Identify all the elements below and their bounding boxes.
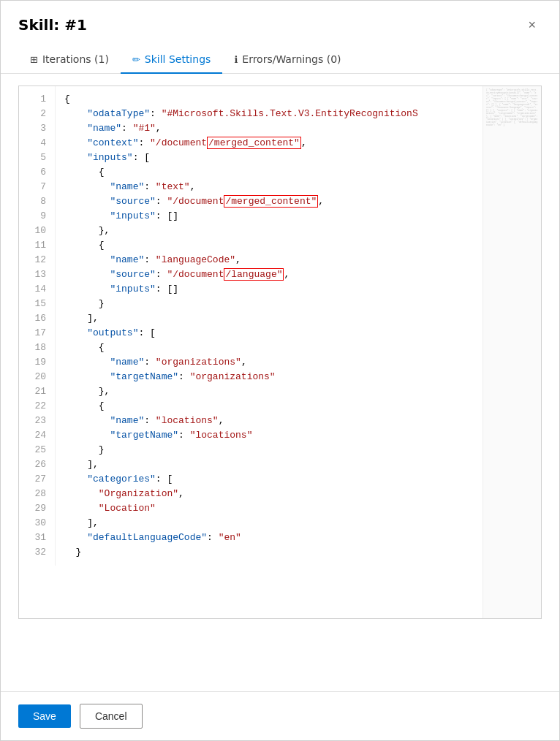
- code-line-32: }: [64, 545, 532, 560]
- code-line-20: "targetName": "organizations": [64, 370, 532, 384]
- code-line-19: "name": "organizations",: [64, 355, 532, 370]
- line-num-31: 31: [25, 531, 46, 545]
- code-line-1: {: [64, 92, 532, 107]
- line-num-6: 6: [25, 165, 46, 180]
- dialog-title: Skill: #1: [18, 16, 87, 34]
- line-num-29: 29: [25, 501, 46, 516]
- dialog: Skill: #1 × ⊞ Iterations (1) ✏ Skill Set…: [0, 0, 560, 741]
- dialog-header: Skill: #1 ×: [1, 1, 559, 46]
- code-line-2: "odataType": "#Microsoft.Skills.Text.V3.…: [64, 107, 532, 121]
- line-num-23: 23: [25, 414, 46, 428]
- code-line-5: "inputs": [: [64, 151, 532, 165]
- line-num-12: 12: [25, 253, 46, 267]
- code-line-22: {: [64, 399, 532, 414]
- errors-icon: ℹ: [234, 54, 238, 65]
- code-line-16: ],: [64, 311, 532, 326]
- line-num-15: 15: [25, 297, 46, 311]
- line-num-32: 32: [25, 545, 46, 560]
- code-line-14: "inputs": []: [64, 282, 532, 297]
- code-line-9: "inputs": []: [64, 209, 532, 224]
- code-line-28: "Organization",: [64, 487, 532, 501]
- line-num-27: 27: [25, 472, 46, 487]
- line-num-5: 5: [25, 151, 46, 165]
- cancel-button[interactable]: Cancel: [80, 704, 143, 729]
- code-minimap: { "odataType": "#Microsoft.Skills.Text.V…: [483, 86, 541, 618]
- code-line-15: }: [64, 297, 532, 311]
- line-num-10: 10: [25, 224, 46, 238]
- code-lines: { "odataType": "#Microsoft.Skills.Text.V…: [56, 86, 541, 566]
- line-num-11: 11: [25, 238, 46, 253]
- line-num-8: 8: [25, 194, 46, 209]
- content-area: 1 2 3 4 5 6 7 8 9 10 11 12 13 14 15 16 1: [1, 74, 559, 691]
- line-num-16: 16: [25, 311, 46, 326]
- line-num-1: 1: [25, 92, 46, 107]
- line-num-9: 9: [25, 209, 46, 224]
- line-num-14: 14: [25, 282, 46, 297]
- tab-bar: ⊞ Iterations (1) ✏ Skill Settings ℹ Erro…: [1, 46, 559, 74]
- line-numbers: 1 2 3 4 5 6 7 8 9 10 11 12 13 14 15 16 1: [19, 86, 56, 566]
- line-num-18: 18: [25, 341, 46, 355]
- code-line-3: "name": "#1",: [64, 121, 532, 136]
- line-num-2: 2: [25, 107, 46, 121]
- code-line-31: "defaultLanguageCode": "en": [64, 531, 532, 545]
- code-line-23: "name": "locations",: [64, 414, 532, 428]
- line-num-21: 21: [25, 384, 46, 399]
- line-num-26: 26: [25, 457, 46, 472]
- code-line-7: "name": "text",: [64, 180, 532, 194]
- iterations-icon: ⊞: [30, 54, 38, 65]
- code-line-24: "targetName": "locations": [64, 428, 532, 443]
- line-num-24: 24: [25, 428, 46, 443]
- code-line-11: {: [64, 238, 532, 253]
- tab-errors-label: Errors/Warnings (0): [242, 53, 341, 65]
- code-line-25: }: [64, 443, 532, 457]
- line-num-3: 3: [25, 121, 46, 136]
- code-line-10: },: [64, 224, 532, 238]
- line-num-17: 17: [25, 326, 46, 341]
- tab-skill-settings-label: Skill Settings: [145, 53, 211, 65]
- line-num-28: 28: [25, 487, 46, 501]
- code-line-26: ],: [64, 457, 532, 472]
- line-num-7: 7: [25, 180, 46, 194]
- line-num-22: 22: [25, 399, 46, 414]
- code-line-8: "source": "/document/merged_content",: [64, 194, 532, 209]
- save-button[interactable]: Save: [18, 704, 71, 728]
- minimap-content: { "odataType": "#Microsoft.Skills.Text.V…: [483, 86, 541, 130]
- code-line-13: "source": "/document/language",: [64, 267, 532, 282]
- tab-iterations-label: Iterations (1): [42, 53, 109, 65]
- code-line-4: "context": "/document/merged_content",: [64, 136, 532, 151]
- line-num-4: 4: [25, 136, 46, 151]
- code-editor[interactable]: 1 2 3 4 5 6 7 8 9 10 11 12 13 14 15 16 1: [18, 86, 542, 619]
- tab-iterations[interactable]: ⊞ Iterations (1): [18, 46, 121, 74]
- line-num-19: 19: [25, 355, 46, 370]
- tab-errors[interactable]: ℹ Errors/Warnings (0): [222, 46, 352, 74]
- code-line-18: {: [64, 341, 532, 355]
- tab-skill-settings[interactable]: ✏ Skill Settings: [121, 46, 222, 74]
- code-line-6: {: [64, 165, 532, 180]
- line-num-13: 13: [25, 267, 46, 282]
- code-line-12: "name": "languageCode",: [64, 253, 532, 267]
- code-line-27: "categories": [: [64, 472, 532, 487]
- skill-settings-icon: ✏: [132, 54, 140, 65]
- dialog-footer: Save Cancel: [1, 691, 559, 740]
- code-line-17: "outputs": [: [64, 326, 532, 341]
- line-num-25: 25: [25, 443, 46, 457]
- code-line-30: ],: [64, 516, 532, 531]
- line-num-30: 30: [25, 516, 46, 531]
- code-line-29: "Location": [64, 501, 532, 516]
- code-line-21: },: [64, 384, 532, 399]
- line-num-20: 20: [25, 370, 46, 384]
- close-button[interactable]: ×: [522, 15, 542, 34]
